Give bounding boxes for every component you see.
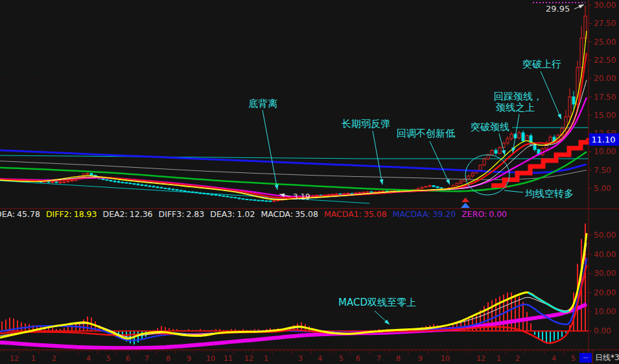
svg-text:长期弱反弹: 长期弱反弹 <box>342 118 390 130</box>
svg-text:10.00: 10.00 <box>594 147 616 156</box>
indicator-value: 35.08 <box>295 209 318 219</box>
month-label: 1 <box>496 354 501 363</box>
indicator-value: 39.20 <box>432 209 456 219</box>
svg-text:29.95: 29.95 <box>546 4 570 14</box>
indicator-value: 12.36 <box>130 209 153 219</box>
svg-text:底背离: 底背离 <box>248 98 277 109</box>
period-label[interactable]: 日线*3 <box>595 353 619 363</box>
svg-text:5.00: 5.00 <box>594 184 611 193</box>
month-label: 10 <box>206 354 215 363</box>
svg-text:11.10: 11.10 <box>591 135 615 144</box>
indicator-value: 45.78 <box>17 209 40 219</box>
month-label: 6 <box>126 354 130 363</box>
month-label: 2 <box>515 354 520 363</box>
month-label: 9 <box>187 354 191 363</box>
month-label: 12 <box>476 354 485 363</box>
month-label: 4 <box>318 354 322 363</box>
indicator-label: DEA3: <box>210 209 235 219</box>
month-label: 5 <box>106 354 111 363</box>
price-badge: 11.10 <box>589 133 619 146</box>
svg-text:7.50: 7.50 <box>594 166 611 175</box>
svg-text:22.50: 22.50 <box>594 56 616 65</box>
svg-text:30.00: 30.00 <box>594 1 616 10</box>
month-label: 7 <box>145 354 149 363</box>
indicator-row: DEA:45.78DIFF2:18.93DEA2:12.36DIFF3:2.83… <box>0 209 513 220</box>
svg-text:颈线之上: 颈线之上 <box>495 102 535 113</box>
indicator-value: 1.02 <box>237 209 255 219</box>
trading-chart-app: 底背离长期弱反弹回调不创新低突破颈线回踩颈线，颈线之上突破上行均线空转多MACD… <box>0 0 619 364</box>
indicator-value: 0.00 <box>489 209 507 219</box>
svg-text:25.00: 25.00 <box>594 38 616 47</box>
indicator-value: 35.08 <box>364 209 387 219</box>
month-label: 4 <box>86 354 91 363</box>
svg-text:50.00: 50.00 <box>594 231 616 240</box>
month-label: 5 <box>571 354 576 363</box>
svg-text:0.00: 0.00 <box>594 326 611 336</box>
period-selector[interactable]: -- <box>579 353 592 363</box>
month-label: 12 <box>244 354 253 363</box>
svg-text:27.50: 27.50 <box>594 19 616 28</box>
indicator-label: MACDA1: <box>324 209 362 219</box>
svg-text:20.00: 20.00 <box>594 74 616 83</box>
month-label: 10 <box>441 354 450 363</box>
month-label: 5 <box>339 354 344 363</box>
month-label: 9 <box>418 354 423 363</box>
svg-text:突破上行: 突破上行 <box>522 58 561 70</box>
month-label: 4 <box>552 354 556 363</box>
svg-text:回调不创新低: 回调不创新低 <box>397 128 455 139</box>
indicator-label: DEA2: <box>103 209 128 219</box>
indicator-label: ZERO: <box>461 209 487 219</box>
month-label: 1 <box>264 354 268 363</box>
month-label: 11 <box>224 354 233 363</box>
month-label: 8 <box>396 354 401 363</box>
svg-text:3.19: 3.19 <box>293 192 310 201</box>
indicator-label: DIFF2: <box>46 209 72 219</box>
month-label: 1 <box>31 354 36 363</box>
month-label: 6 <box>356 354 360 363</box>
svg-text:30.00: 30.00 <box>594 269 616 278</box>
month-label: 12 <box>10 354 19 363</box>
indicator-label: DIFF3: <box>159 209 185 219</box>
indicator-label: DEA: <box>0 209 15 219</box>
svg-text:15.00: 15.00 <box>594 111 616 120</box>
chart-canvas[interactable]: 底背离长期弱反弹回调不创新低突破颈线回踩颈线，颈线之上突破上行均线空转多MACD… <box>0 0 619 364</box>
month-label: 3 <box>298 354 303 363</box>
indicator-label: MACDA: <box>261 209 293 219</box>
svg-text:17.50: 17.50 <box>594 93 616 102</box>
month-label: 7 <box>377 354 381 363</box>
svg-text:20.00: 20.00 <box>594 288 616 297</box>
svg-text:40.00: 40.00 <box>594 250 616 259</box>
svg-text:均线空转多: 均线空转多 <box>525 188 574 199</box>
month-label: 8 <box>166 354 170 363</box>
indicator-value: 2.83 <box>186 209 204 219</box>
svg-text:回踩颈线，: 回踩颈线， <box>494 91 543 102</box>
svg-text:MACD双线至零上: MACD双线至零上 <box>338 297 416 308</box>
svg-text:10.00: 10.00 <box>594 307 616 316</box>
indicator-value: 18.93 <box>74 209 97 219</box>
indicator-label: MACDAA: <box>393 209 431 219</box>
svg-text:突破颈线: 突破颈线 <box>471 121 509 133</box>
month-label: 2 <box>52 354 56 363</box>
